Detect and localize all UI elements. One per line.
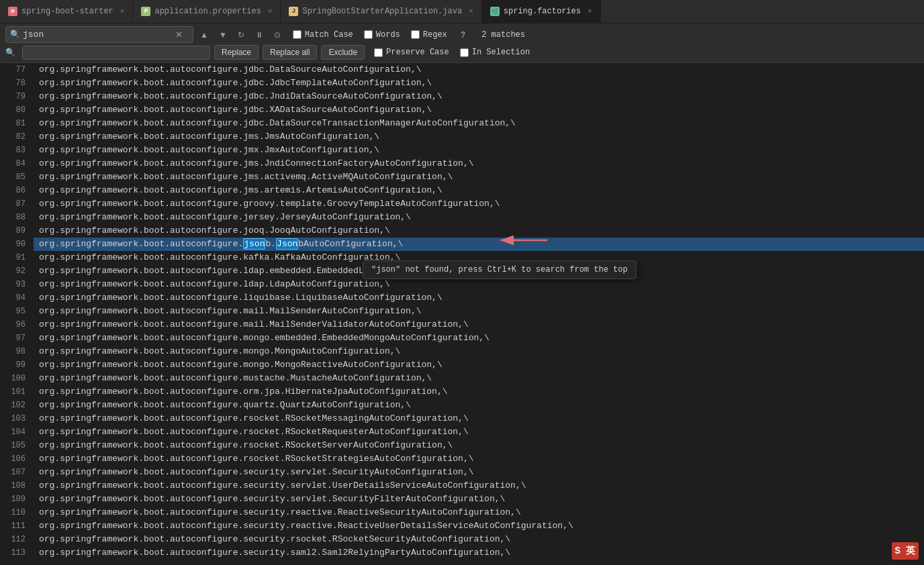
code-line: org.springframework.boot.autoconfigure.m… <box>34 331 924 345</box>
search-options-group: Match Case Words Regex ? <box>293 30 468 40</box>
tab-bar: m spring-boot-starter × P application.pr… <box>0 0 924 23</box>
replace-input[interactable] <box>27 48 175 58</box>
in-selection-checkbox[interactable] <box>460 48 469 57</box>
line-number: 104 <box>5 425 26 439</box>
code-line: org.springframework.boot.autoconfigure.o… <box>34 385 924 399</box>
line-number: 105 <box>5 439 26 452</box>
line-number: 103 <box>5 412 26 425</box>
code-line: org.springframework.boot.autoconfigure.l… <box>34 278 924 291</box>
preserve-case-checkbox[interactable] <box>374 48 383 57</box>
code-line: org.springframework.boot.autoconfigure.s… <box>34 493 924 506</box>
words-label: Words <box>376 30 400 40</box>
code-line: org.springframework.boot.autoconfigure.r… <box>34 452 924 466</box>
tab-close-application-properties[interactable]: × <box>268 7 273 15</box>
tab-application-properties[interactable]: P application.properties × <box>133 0 281 23</box>
tab-spring-boot-starter[interactable]: m spring-boot-starter × <box>0 0 133 23</box>
code-line: org.springframework.boot.autoconfigure.s… <box>34 506 924 519</box>
in-selection-label: In Selection <box>472 48 530 57</box>
replace-all-btn[interactable]: Replace all <box>263 45 317 60</box>
prev-match-btn[interactable]: ▲ <box>196 28 212 42</box>
code-line: org.springframework.boot.autoconfigure.g… <box>34 197 924 211</box>
tab-close-springbootstarter[interactable]: × <box>469 7 473 15</box>
code-line: org.springframework.boot.autoconfigure.r… <box>34 412 924 425</box>
code-line: org.springframework.boot.autoconfigure.j… <box>34 90 924 103</box>
tab-close-spring-boot-starter[interactable]: × <box>120 7 125 15</box>
tab-icon-prop: P <box>141 7 150 16</box>
line-number: 97 <box>5 331 26 345</box>
search-match: Json <box>276 238 298 250</box>
match-case-checkbox[interactable] <box>293 30 302 39</box>
code-line: org.springframework.boot.autoconfigure.s… <box>34 466 924 479</box>
line-number: 102 <box>5 399 26 412</box>
code-line: org.springframework.boot.autoconfigure.r… <box>34 425 924 439</box>
code-line: org.springframework.boot.autoconfigure.j… <box>34 170 924 184</box>
tab-close-spring-factories[interactable]: × <box>588 7 592 15</box>
tab-icon-factories: 🌿 <box>490 7 500 16</box>
replace-options-group: Preserve Case In Selection <box>374 48 530 57</box>
pause-btn[interactable]: ⏸ <box>251 28 267 42</box>
regex-option[interactable]: Regex <box>411 30 447 40</box>
line-number: 107 <box>5 466 26 479</box>
replace-input-wrapper <box>22 46 210 60</box>
preserve-case-option[interactable]: Preserve Case <box>374 48 449 57</box>
line-number: 101 <box>5 385 26 399</box>
code-line: org.springframework.boot.autoconfigure.s… <box>34 479 924 493</box>
line-number: 92 <box>5 264 26 278</box>
code-line: org.springframework.boot.autoconfigure.j… <box>34 157 924 170</box>
words-checkbox[interactable] <box>364 30 373 39</box>
filter-btn[interactable]: ⊙ <box>270 28 285 42</box>
code-line: org.springframework.boot.autoconfigure.m… <box>34 372 924 385</box>
in-selection-option[interactable]: In Selection <box>460 48 530 57</box>
code-line: org.springframework.boot.autoconfigure.j… <box>34 238 924 251</box>
line-number: 88 <box>5 211 26 224</box>
line-number: 80 <box>5 103 26 117</box>
replace-btn[interactable]: Replace <box>214 45 259 60</box>
line-number: 81 <box>5 117 26 130</box>
code-line: org.springframework.boot.autoconfigure.s… <box>34 519 924 533</box>
tab-label-spring-factories: spring.factories <box>504 7 581 16</box>
matches-count: 2 matches <box>481 30 525 40</box>
code-line: org.springframework.boot.autoconfigure.l… <box>34 291 924 305</box>
line-number: 93 <box>5 278 26 291</box>
line-number: 99 <box>5 358 26 372</box>
code-line: org.springframework.boot.autoconfigure.j… <box>34 117 924 130</box>
code-line: org.springframework.boot.autoconfigure.j… <box>34 76 924 90</box>
search-match: json <box>243 238 265 250</box>
tab-springbootstarter[interactable]: J SpringBootStarterApplication.java × <box>281 0 481 23</box>
s-button-label: S 英 <box>895 545 916 557</box>
tab-label-springbootstarter: SpringBootStarterApplication.java <box>302 7 462 16</box>
code-line: org.springframework.boot.autoconfigure.j… <box>34 103 924 117</box>
line-number: 91 <box>5 251 26 264</box>
tab-icon-m: m <box>8 7 17 16</box>
refresh-btn[interactable]: ↻ <box>234 28 248 42</box>
next-match-btn[interactable]: ▼ <box>215 28 231 42</box>
regex-checkbox[interactable] <box>411 30 420 39</box>
code-line: org.springframework.boot.autoconfigure.q… <box>34 399 924 412</box>
line-number: 85 <box>5 170 26 184</box>
line-number: 83 <box>5 144 26 157</box>
code-line: org.springframework.boot.autoconfigure.r… <box>34 439 924 452</box>
search-row-1: 🔍 ✕ ▲ ▼ ↻ ⏸ ⊙ Match Case Words Regex ? 2… <box>5 26 919 43</box>
exclude-btn[interactable]: Exclude <box>321 45 365 60</box>
words-option[interactable]: Words <box>364 30 400 40</box>
help-btn[interactable]: ? <box>458 30 468 40</box>
line-number: 86 <box>5 184 26 197</box>
match-case-label: Match Case <box>305 30 353 40</box>
match-case-option[interactable]: Match Case <box>293 30 353 40</box>
tooltip-text: "json" not found, press Ctrl+K to search… <box>371 265 628 274</box>
search-clear-btn[interactable]: ✕ <box>173 28 185 41</box>
code-line: org.springframework.boot.autoconfigure.s… <box>34 546 924 558</box>
code-line: org.springframework.boot.autoconfigure.m… <box>34 318 924 331</box>
search-input-wrapper: 🔍 ✕ <box>5 26 193 43</box>
s-language-button[interactable]: S 英 <box>892 542 919 560</box>
code-line: org.springframework.boot.autoconfigure.m… <box>34 358 924 372</box>
code-container: 7778798081828384858687888990919293949596… <box>0 63 924 558</box>
tab-spring-factories[interactable]: 🌿 spring.factories × <box>482 0 601 23</box>
line-number: 82 <box>5 130 26 144</box>
line-number: 113 <box>5 546 26 558</box>
tab-label-application-properties: application.properties <box>154 7 261 16</box>
search-input[interactable] <box>23 30 171 40</box>
tab-icon-java: J <box>289 7 298 16</box>
line-number: 90 <box>5 238 26 251</box>
code-line: org.springframework.boot.autoconfigure.s… <box>34 533 924 546</box>
